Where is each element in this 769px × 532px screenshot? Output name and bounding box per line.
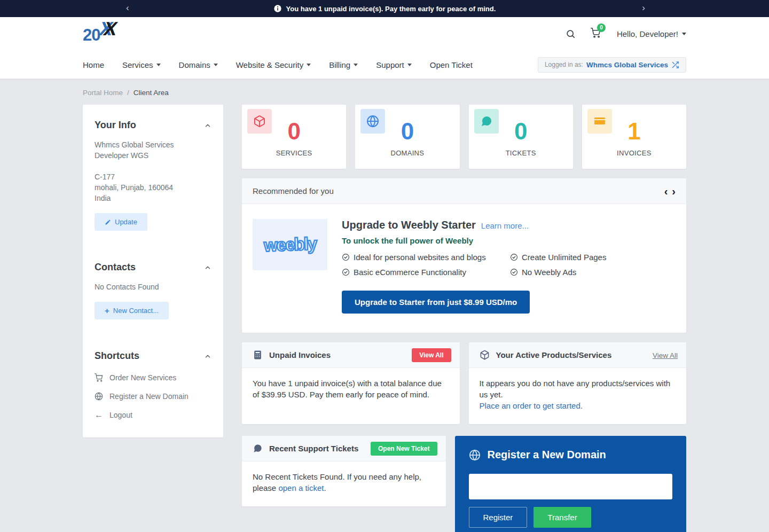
- logged-in-as-value: Whmcs Global Services: [586, 61, 668, 69]
- register-domain-title: Register a New Domain: [488, 449, 606, 461]
- logo[interactable]: 20 X X: [83, 22, 119, 45]
- breadcrumb: Portal Home / Client Area: [83, 79, 686, 97]
- box-icon: [480, 350, 490, 360]
- stat-card-tickets[interactable]: 0 TICKETS: [469, 105, 573, 169]
- breadcrumb-current: Client Area: [134, 89, 169, 97]
- tickets-count: 0: [514, 120, 527, 143]
- box-icon: [247, 109, 272, 134]
- comments-icon: [253, 443, 263, 453]
- client-address-line1: C-177: [95, 171, 211, 182]
- register-domain-panel: Register a New Domain Register Transfer: [455, 436, 687, 532]
- client-address-line3: India: [95, 193, 211, 204]
- active-products-title: Your Active Products/Services: [496, 350, 612, 359]
- collapse-your-info-button[interactable]: [204, 122, 211, 129]
- view-all-products-link[interactable]: View All: [653, 351, 678, 359]
- logo-text-20: 20: [83, 26, 100, 45]
- invoices-label: INVOICES: [617, 149, 652, 157]
- register-domain-button[interactable]: Register: [469, 507, 528, 528]
- nav-item-home[interactable]: Home: [83, 60, 104, 69]
- calculator-icon: [253, 350, 263, 360]
- your-info-title: Your Info: [95, 120, 136, 131]
- contacts-section: Contacts No Contacts Found + New Contact…: [95, 262, 211, 319]
- stat-card-services[interactable]: 0 SERVICES: [242, 105, 346, 169]
- notification-message-wrap: You have 1 unpaid invoice(s). Pay them e…: [273, 4, 496, 13]
- support-tickets-title: Recent Support Tickets: [269, 444, 358, 453]
- header: 20 X X 0 Hello, Developer!: [0, 17, 769, 50]
- recommended-subtitle: To unlock the full power of Weebly: [342, 236, 676, 245]
- stats-row: 0 SERVICES 0 DOMAINS 0 TICKETS: [242, 105, 686, 169]
- chevron-right-icon[interactable]: ›: [642, 2, 645, 14]
- stat-card-domains[interactable]: 0 DOMAINS: [355, 105, 459, 169]
- chevron-down-icon: [307, 64, 311, 66]
- info-icon: [273, 4, 282, 13]
- transfer-domain-button[interactable]: Transfer: [533, 507, 591, 528]
- credit-card-icon: [587, 109, 612, 134]
- cart-button[interactable]: 0: [591, 28, 601, 40]
- logo-x-mark: X X: [100, 22, 119, 41]
- chevron-left-icon[interactable]: ‹: [126, 2, 129, 14]
- nav-item-open-ticket[interactable]: Open Ticket: [430, 60, 473, 69]
- user-menu[interactable]: Hello, Developer!: [617, 29, 686, 38]
- globe-icon: [95, 392, 103, 401]
- feature-item: Ideal for personal websites and blogs: [342, 253, 510, 262]
- weebly-logo: weebly: [253, 219, 327, 270]
- services-label: SERVICES: [276, 149, 312, 157]
- place-order-link[interactable]: Place an order to get started.: [480, 401, 583, 410]
- chevron-down-icon: [156, 64, 161, 66]
- logged-in-as-badge[interactable]: Logged in as: Whmcs Global Services: [538, 57, 686, 73]
- nav-item-billing[interactable]: Billing: [329, 60, 358, 69]
- unpaid-invoices-body: You have 1 unpaid invoice(s) with a tota…: [242, 368, 460, 413]
- main-nav: Home Services Domains Website & Security…: [0, 50, 769, 79]
- support-tickets-panel: Recent Support Tickets Open New Ticket N…: [242, 436, 446, 506]
- open-a-ticket-link[interactable]: open a ticket: [278, 483, 324, 492]
- comments-icon: [474, 109, 499, 134]
- feature-item: Basic eCommerce Functionality: [342, 268, 510, 277]
- nav-item-services[interactable]: Services: [122, 60, 161, 69]
- upgrade-cta-button[interactable]: Upgrade to Starter from just $8.99 USD/m…: [342, 291, 530, 314]
- nav-item-website-security[interactable]: Website & Security: [236, 60, 311, 69]
- greeting-text: Hello, Developer!: [617, 29, 678, 38]
- check-circle-icon: [510, 268, 518, 276]
- breadcrumb-separator: /: [127, 89, 129, 97]
- services-count: 0: [287, 120, 300, 143]
- feature-list: Ideal for personal websites and blogs Cr…: [342, 253, 676, 277]
- stat-card-invoices[interactable]: 1 INVOICES: [582, 105, 686, 169]
- shortcut-logout[interactable]: ← Logout: [95, 411, 211, 419]
- carousel-next-icon[interactable]: ›: [672, 186, 676, 197]
- shortcut-order-new-services[interactable]: Order New Services: [95, 373, 211, 382]
- chevron-down-icon: [682, 33, 686, 35]
- recommended-panel: Recommended for you ‹ › weebly Upgrade t…: [242, 178, 686, 333]
- collapse-contacts-button[interactable]: [204, 264, 211, 271]
- chevron-up-icon: [204, 122, 211, 129]
- chevron-up-icon: [204, 353, 211, 360]
- breadcrumb-portal-home[interactable]: Portal Home: [83, 89, 123, 97]
- shortcuts-section: Shortcuts Order New Services Register a …: [95, 350, 211, 419]
- domain-search-input[interactable]: [469, 474, 673, 499]
- nav-item-domains[interactable]: Domains: [179, 60, 218, 69]
- chevron-down-icon: [407, 64, 412, 66]
- nav-item-support[interactable]: Support: [376, 60, 412, 69]
- pencil-icon: [105, 219, 111, 225]
- learn-more-link[interactable]: Learn more...: [481, 221, 529, 230]
- switch-account-icon: [671, 61, 679, 69]
- check-circle-icon: [510, 253, 518, 261]
- new-contact-button[interactable]: + New Contact...: [95, 302, 169, 319]
- cart-count-badge: 0: [597, 24, 606, 32]
- update-info-button[interactable]: Update: [95, 213, 147, 231]
- domains-label: DOMAINS: [390, 149, 424, 157]
- view-all-invoices-button[interactable]: View All: [412, 348, 451, 362]
- recommended-title: Upgrade to Weebly Starter: [342, 219, 476, 231]
- chevron-up-icon: [204, 264, 211, 271]
- client-company: Developer WGS: [95, 150, 211, 161]
- open-new-ticket-button[interactable]: Open New Ticket: [371, 442, 437, 456]
- active-products-body: It appears you do not have any products/…: [480, 379, 671, 399]
- shortcut-register-new-domain[interactable]: Register a New Domain: [95, 392, 211, 401]
- active-products-panel: Your Active Products/Services View All I…: [469, 342, 687, 424]
- chevron-down-icon: [354, 64, 358, 66]
- notification-bar: ‹ You have 1 unpaid invoice(s). Pay them…: [0, 0, 769, 17]
- carousel-prev-icon[interactable]: ‹: [664, 186, 668, 197]
- collapse-shortcuts-button[interactable]: [204, 353, 211, 360]
- feature-item: Create Unlimited Pages: [510, 253, 676, 262]
- search-icon[interactable]: [566, 29, 576, 39]
- cart-icon: [95, 373, 103, 382]
